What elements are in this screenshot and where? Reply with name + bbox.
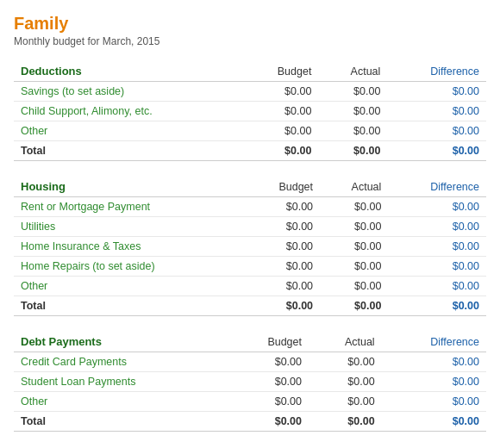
col-header-actual-debt-payments: Actual <box>309 332 382 352</box>
col-header-actual-housing: Actual <box>320 177 388 197</box>
total-label: Total <box>14 412 228 432</box>
row-budget: $0.00 <box>243 82 319 102</box>
row-label: Utilities <box>14 217 245 237</box>
row-budget: $0.00 <box>245 197 320 217</box>
row-difference: $0.00 <box>388 197 486 217</box>
row-difference: $0.00 <box>382 372 486 392</box>
row-budget: $0.00 <box>245 237 320 257</box>
section-heading-debt-payments: Debt Payments <box>14 332 228 352</box>
row-actual: $0.00 <box>309 352 382 372</box>
row-budget: $0.00 <box>245 217 320 237</box>
row-actual: $0.00 <box>318 121 387 141</box>
total-row: Total$0.00$0.00$0.00 <box>14 296 486 316</box>
row-actual: $0.00 <box>320 237 388 257</box>
row-actual: $0.00 <box>309 392 382 412</box>
row-difference: $0.00 <box>388 257 486 277</box>
total-difference: $0.00 <box>388 296 486 316</box>
table-row: Other$0.00$0.00$0.00 <box>14 121 486 141</box>
row-actual: $0.00 <box>320 197 388 217</box>
total-actual: $0.00 <box>318 141 387 161</box>
table-row: Credit Card Payments$0.00$0.00$0.00 <box>14 352 486 372</box>
total-difference: $0.00 <box>382 412 486 432</box>
table-row: Home Repairs (to set aside)$0.00$0.00$0.… <box>14 257 486 277</box>
total-budget: $0.00 <box>228 412 309 432</box>
row-budget: $0.00 <box>243 102 319 121</box>
row-difference: $0.00 <box>387 102 486 121</box>
row-actual: $0.00 <box>309 372 382 392</box>
col-header-budget-housing: Budget <box>245 177 320 197</box>
total-actual: $0.00 <box>320 296 388 316</box>
total-row: Total$0.00$0.00$0.00 <box>14 141 486 161</box>
row-difference: $0.00 <box>387 82 486 102</box>
table-row: Savings (to set aside)$0.00$0.00$0.00 <box>14 82 486 102</box>
row-difference: $0.00 <box>382 352 486 372</box>
row-budget: $0.00 <box>228 372 309 392</box>
row-label: Rent or Mortgage Payment <box>14 197 245 217</box>
row-actual: $0.00 <box>318 82 387 102</box>
row-actual: $0.00 <box>320 277 388 296</box>
row-actual: $0.00 <box>320 257 388 277</box>
row-label: Credit Card Payments <box>14 352 228 372</box>
total-label: Total <box>14 296 245 316</box>
total-budget: $0.00 <box>245 296 320 316</box>
row-difference: $0.00 <box>388 277 486 296</box>
row-label: Other <box>14 277 245 296</box>
section-housing: HousingBudgetActualDifferenceRent or Mor… <box>14 177 486 316</box>
total-label: Total <box>14 141 243 161</box>
row-difference: $0.00 <box>382 392 486 412</box>
table-row: Home Insurance & Taxes$0.00$0.00$0.00 <box>14 237 486 257</box>
page-subtitle: Monthly budget for March, 2015 <box>14 35 486 47</box>
section-heading-deductions: Deductions <box>14 61 243 82</box>
total-row: Total$0.00$0.00$0.00 <box>14 412 486 432</box>
row-budget: $0.00 <box>228 392 309 412</box>
col-header-actual-deductions: Actual <box>318 61 387 82</box>
col-header-budget-deductions: Budget <box>243 61 319 82</box>
page-title: Family <box>14 14 486 34</box>
section-deductions: DeductionsBudgetActualDifferenceSavings … <box>14 61 486 161</box>
col-header-difference-housing: Difference <box>388 177 486 197</box>
total-budget: $0.00 <box>243 141 319 161</box>
table-row: Utilities$0.00$0.00$0.00 <box>14 217 486 237</box>
table-row: Child Support, Alimony, etc.$0.00$0.00$0… <box>14 102 486 121</box>
row-difference: $0.00 <box>388 237 486 257</box>
row-actual: $0.00 <box>318 102 387 121</box>
total-difference: $0.00 <box>387 141 486 161</box>
row-label: Home Insurance & Taxes <box>14 237 245 257</box>
table-row: Student Loan Payments$0.00$0.00$0.00 <box>14 372 486 392</box>
total-actual: $0.00 <box>309 412 382 432</box>
row-label: Child Support, Alimony, etc. <box>14 102 243 121</box>
section-heading-housing: Housing <box>14 177 245 197</box>
table-row: Other$0.00$0.00$0.00 <box>14 392 486 412</box>
row-budget: $0.00 <box>243 121 319 141</box>
row-budget: $0.00 <box>228 352 309 372</box>
row-budget: $0.00 <box>245 257 320 277</box>
col-header-difference-debt-payments: Difference <box>382 332 486 352</box>
table-row: Rent or Mortgage Payment$0.00$0.00$0.00 <box>14 197 486 217</box>
row-label: Savings (to set aside) <box>14 82 243 102</box>
section-debt-payments: Debt PaymentsBudgetActualDifferenceCredi… <box>14 332 486 432</box>
row-label: Student Loan Payments <box>14 372 228 392</box>
row-budget: $0.00 <box>245 277 320 296</box>
row-actual: $0.00 <box>320 217 388 237</box>
row-label: Home Repairs (to set aside) <box>14 257 245 277</box>
row-label: Other <box>14 121 243 141</box>
table-row: Other$0.00$0.00$0.00 <box>14 277 486 296</box>
row-label: Other <box>14 392 228 412</box>
col-header-difference-deductions: Difference <box>387 61 486 82</box>
col-header-budget-debt-payments: Budget <box>228 332 309 352</box>
row-difference: $0.00 <box>388 217 486 237</box>
row-difference: $0.00 <box>387 121 486 141</box>
